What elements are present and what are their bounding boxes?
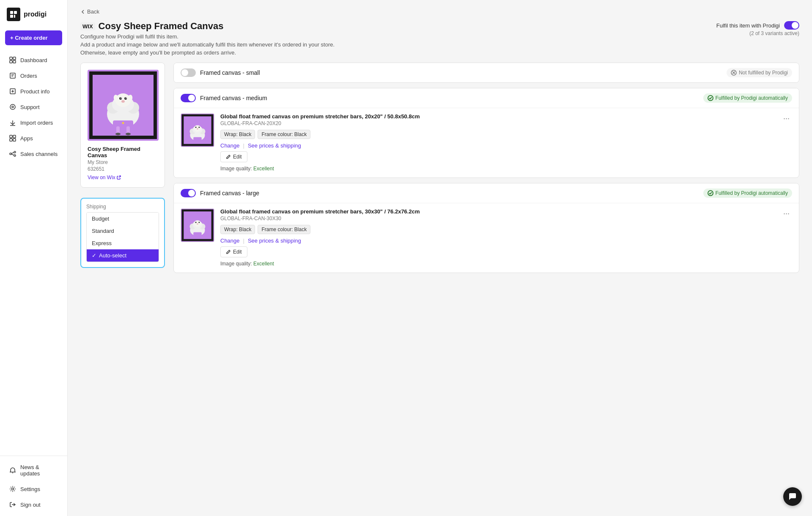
shipping-option-express[interactable]: Express <box>87 237 159 249</box>
svg-rect-6 <box>10 60 12 63</box>
sidebar-item-product-info[interactable]: Product info <box>3 84 65 99</box>
variant-header-left-small: Framed canvas - small <box>181 68 260 77</box>
page-title: WIX Cosy Sheep Framed Canvas <box>80 21 335 32</box>
variant-sku-medium: GLOBAL-FRA-CAN-20X20 <box>220 120 775 126</box>
variant-header-left-medium: Framed canvas - medium <box>181 94 267 102</box>
fulfil-sub: (2 of 3 variants active) <box>716 30 799 36</box>
sidebar-product-info-label: Product info <box>20 88 49 95</box>
fulfil-toggle-switch[interactable] <box>784 21 799 30</box>
sidebar-item-dashboard[interactable]: Dashboard <box>3 52 65 68</box>
bell-icon <box>9 467 16 474</box>
action-sep-large: | <box>243 238 244 244</box>
svg-point-15 <box>12 106 14 108</box>
see-prices-link-medium[interactable]: See prices & shipping <box>248 142 301 149</box>
logo-icon <box>7 8 20 21</box>
shipping-option-budget[interactable]: Budget <box>87 213 159 225</box>
edit-button-medium[interactable]: Edit <box>220 151 247 162</box>
svg-point-44 <box>121 100 125 103</box>
image-quality-medium: Image quality: Excellent <box>220 166 775 172</box>
dashboard-icon <box>9 57 16 63</box>
product-id: 632651 <box>88 166 158 172</box>
variant-thumb-large <box>181 208 214 242</box>
apps-icon <box>9 135 16 142</box>
import-orders-icon <box>9 119 16 126</box>
settings-icon <box>9 486 16 492</box>
variant-name-small: Framed canvas - small <box>200 69 260 76</box>
svg-rect-3 <box>14 15 15 18</box>
svg-rect-5 <box>13 57 16 60</box>
svg-rect-20 <box>10 139 12 141</box>
sidebar-nav: Dashboard Orders Product info <box>0 52 67 456</box>
fulfil-label: Fulfil this item with Prodigi <box>716 22 780 29</box>
not-fulfilled-label-small: Not fulfilled by Prodigi <box>739 70 788 76</box>
quality-value-medium: Excellent <box>253 166 274 172</box>
variant-toggle-small[interactable] <box>181 68 196 77</box>
sidebar-item-sign-out[interactable]: Sign out <box>3 497 65 512</box>
variant-details-large: Global float framed canvas on premium st… <box>220 208 775 267</box>
variant-name-medium: Framed canvas - medium <box>200 95 267 101</box>
svg-rect-1 <box>14 11 17 14</box>
sidebar-item-news-updates[interactable]: News & updates <box>3 460 65 481</box>
variant-toggle-medium[interactable] <box>181 94 196 102</box>
page-header: WIX Cosy Sheep Framed Canvas Configure h… <box>80 21 799 56</box>
variant-card-small: Framed canvas - small Not fulfilled by P… <box>173 63 799 83</box>
sidebar-item-apps[interactable]: Apps <box>3 131 65 146</box>
sidebar-item-settings[interactable]: Settings <box>3 481 65 497</box>
svg-point-68 <box>197 128 198 130</box>
tag-wrap-large: Wrap: Black <box>220 225 255 234</box>
sidebar-item-sales-channels[interactable]: Sales channels <box>3 146 65 161</box>
svg-rect-8 <box>10 73 15 78</box>
more-button-medium[interactable]: ··· <box>781 113 792 124</box>
svg-line-25 <box>11 153 14 153</box>
variant-header-small: Framed canvas - small Not fulfilled by P… <box>174 63 799 82</box>
variant-card-medium: Framed canvas - medium Fulfilled by Prod… <box>173 88 799 178</box>
back-label: Back <box>87 8 99 15</box>
sidebar-import-orders-label: Import orders <box>20 120 53 126</box>
svg-point-81 <box>197 224 198 225</box>
variant-card-large: Framed canvas - large Fulfilled by Prodi… <box>173 183 799 273</box>
svg-point-51 <box>126 133 131 135</box>
page-description-2: Add a product and image below and we'll … <box>80 41 335 48</box>
sales-channels-icon <box>9 150 16 157</box>
content-row: Cosy Sheep Framed Canvas My Store 632651… <box>80 63 799 273</box>
fulfil-toggle: Fulfil this item with Prodigi <box>716 21 799 30</box>
view-on-wix-link[interactable]: View on Wix <box>88 175 158 180</box>
svg-point-79 <box>195 222 197 223</box>
chat-button[interactable] <box>783 487 802 506</box>
sidebar-news-updates-label: News & updates <box>20 464 58 477</box>
see-prices-link-large[interactable]: See prices & shipping <box>248 238 301 244</box>
page-description-3: Otherwise, leave empty and you'll be pro… <box>80 49 335 56</box>
sidebar-settings-label: Settings <box>20 486 40 492</box>
variant-thumb-medium <box>181 113 214 147</box>
variant-tags-large: Wrap: Black Frame colour: Black <box>220 225 775 234</box>
svg-line-26 <box>11 154 14 155</box>
svg-point-40 <box>119 97 122 100</box>
variant-sku-large: GLOBAL-FRA-CAN-30X30 <box>220 216 775 221</box>
change-link-medium[interactable]: Change <box>220 142 240 149</box>
variant-header-left-large: Framed canvas - large <box>181 189 259 197</box>
shipping-option-standard[interactable]: Standard <box>87 225 159 237</box>
logo-text: prodigi <box>24 11 47 18</box>
svg-rect-0 <box>10 11 13 14</box>
more-button-large[interactable]: ··· <box>781 208 792 219</box>
variant-toggle-large[interactable] <box>181 189 196 197</box>
back-link[interactable]: Back <box>80 8 799 15</box>
svg-rect-18 <box>10 135 12 138</box>
sidebar-item-support[interactable]: Support <box>3 99 65 115</box>
svg-rect-19 <box>13 135 16 138</box>
edit-button-large[interactable]: Edit <box>220 246 247 257</box>
change-link-large[interactable]: Change <box>220 238 240 244</box>
shipping-option-auto-select[interactable]: ✓ Auto-select <box>87 249 159 262</box>
sidebar-item-orders[interactable]: Orders <box>3 68 65 83</box>
product-name: Cosy Sheep Framed Canvas <box>88 146 158 158</box>
orders-icon <box>9 72 16 79</box>
fulfilled-badge-medium: Fulfilled by Prodigi automatically <box>703 93 792 103</box>
sidebar-dashboard-label: Dashboard <box>20 57 47 63</box>
product-card: Cosy Sheep Framed Canvas My Store 632651… <box>80 63 165 188</box>
create-order-button[interactable]: + Create order <box>5 30 62 45</box>
variant-title-medium: Global float framed canvas on premium st… <box>220 113 775 120</box>
sidebar-item-import-orders[interactable]: Import orders <box>3 115 65 130</box>
svg-point-43 <box>126 98 126 98</box>
support-icon <box>9 104 16 110</box>
title-text: Cosy Sheep Framed Canvas <box>99 21 224 32</box>
